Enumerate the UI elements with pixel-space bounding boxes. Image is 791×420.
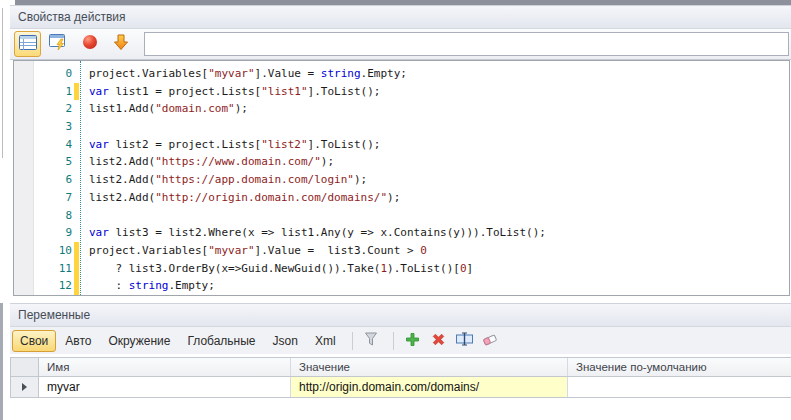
action-window-button[interactable]	[45, 31, 72, 57]
record-circle-icon	[82, 34, 98, 54]
clear-value-button[interactable]	[479, 330, 502, 351]
rename-variable-button[interactable]	[453, 330, 476, 351]
line-number: 2	[14, 100, 74, 118]
code-line[interactable]: 4var list2 = project.Lists["list2"].ToLi…	[14, 136, 789, 154]
variables-title: Переменные	[18, 308, 90, 322]
code-text	[79, 118, 789, 136]
code-text: var list3 = list2.Where(x => list1.Any(y…	[79, 224, 789, 242]
action-properties-title: Свойства действия	[18, 10, 125, 24]
line-number: 0	[14, 65, 74, 83]
code-text: : string.Empty;	[79, 277, 789, 295]
variable-name-cell[interactable]: myvar	[39, 377, 291, 397]
code-line[interactable]: 12 : string.Empty;	[14, 277, 789, 295]
code-line[interactable]: 11 ? list3.OrderBy(x=>Guid.NewGuid()).Ta…	[14, 260, 789, 278]
row-selector-cell[interactable]	[11, 377, 39, 397]
table-header-row: Имя Значение Значение по-умолчанию	[10, 357, 791, 377]
code-editor[interactable]: 0project.Variables["myvar"].Value = stri…	[13, 60, 790, 296]
line-number: 12	[14, 277, 74, 295]
table-row[interactable]: myvar http://origin.domain.com/domains/	[10, 377, 791, 398]
column-header-name[interactable]: Имя	[39, 358, 291, 376]
code-text: var list2 = project.Lists["list2"].ToLis…	[79, 136, 789, 154]
action-properties-toolbar	[10, 29, 791, 60]
delete-icon	[431, 332, 446, 350]
tab-environment[interactable]: Окружение	[100, 330, 178, 352]
code-line[interactable]: 3	[14, 118, 789, 136]
add-icon	[405, 332, 420, 350]
toolbar-text-input[interactable]	[144, 32, 789, 56]
line-number: 7	[14, 189, 74, 207]
code-text: list2.Add("https://app.domain.com/login"…	[79, 171, 789, 189]
down-arrow-icon	[113, 34, 129, 55]
eraser-icon	[482, 332, 499, 350]
code-text: ? list3.OrderBy(x=>Guid.NewGuid()).Take(…	[79, 260, 789, 278]
line-number: 9	[14, 224, 74, 242]
tab-own[interactable]: Свои	[12, 330, 56, 352]
line-number: 6	[14, 171, 74, 189]
insert-down-button[interactable]	[107, 31, 134, 57]
code-text: list2.Add("https://www.domain.com/");	[79, 153, 789, 171]
code-line[interactable]: 5list2.Add("https://www.domain.com/");	[14, 153, 789, 171]
code-line[interactable]: 8	[14, 207, 789, 225]
action-properties-window: Свойства действия 0project.Varia	[0, 0, 791, 420]
record-button[interactable]	[76, 31, 103, 57]
tab-xml[interactable]: Xml	[307, 330, 344, 352]
code-line[interactable]: 0project.Variables["myvar"].Value = stri…	[14, 65, 789, 83]
code-text: var list1 = project.Lists["list1"].ToLis…	[79, 83, 789, 101]
line-number: 3	[14, 118, 74, 136]
row-selector-header	[11, 358, 39, 376]
table-view-icon	[19, 35, 37, 54]
variables-header: Переменные	[10, 303, 791, 327]
window-lightning-icon	[49, 34, 68, 55]
column-header-default[interactable]: Значение по-умолчанию	[568, 358, 791, 376]
code-line[interactable]: 1var list1 = project.Lists["list1"].ToLi…	[14, 83, 789, 101]
line-number: 10	[14, 242, 74, 260]
current-row-arrow-icon	[22, 383, 27, 391]
table-view-button[interactable]	[14, 31, 41, 57]
toolbar-separator	[393, 332, 394, 350]
frame-edge-left-bottom	[0, 303, 3, 420]
code-line[interactable]: 2list1.Add("domain.com");	[14, 100, 789, 118]
rename-icon	[456, 332, 473, 349]
toolbar-separator	[352, 332, 353, 350]
filter-button[interactable]	[360, 330, 383, 351]
code-line[interactable]: 6list2.Add("https://app.domain.com/login…	[14, 171, 789, 189]
tab-auto[interactable]: Авто	[57, 330, 99, 352]
code-line[interactable]: 10project.Variables["myvar"].Value = lis…	[14, 242, 789, 260]
line-number: 11	[14, 260, 74, 278]
code-text: project.Variables["myvar"].Value = strin…	[79, 65, 789, 83]
code-text	[79, 207, 789, 225]
action-properties-header: Свойства действия	[10, 5, 791, 29]
code-line[interactable]: 9var list3 = list2.Where(x => list1.Any(…	[14, 224, 789, 242]
tab-global[interactable]: Глобальные	[179, 330, 263, 352]
code-text: list2.Add("http://origin.domain.com/doma…	[79, 189, 789, 207]
delete-variable-button[interactable]	[427, 330, 450, 351]
variable-default-cell[interactable]	[568, 377, 791, 397]
add-variable-button[interactable]	[401, 330, 424, 351]
line-number: 5	[14, 153, 74, 171]
variables-toolbar: Свои Авто Окружение Глобальные Json Xml	[10, 327, 791, 354]
code-text: project.Variables["myvar"].Value = list3…	[79, 242, 789, 260]
filter-icon	[364, 332, 378, 350]
variables-table: Имя Значение Значение по-умолчанию myvar…	[10, 357, 791, 398]
tab-json[interactable]: Json	[265, 330, 306, 352]
variable-value-cell[interactable]: http://origin.domain.com/domains/	[291, 377, 568, 397]
frame-edge-left	[2, 8, 3, 158]
code-lines: 0project.Variables["myvar"].Value = stri…	[14, 65, 789, 295]
line-number: 8	[14, 207, 74, 225]
line-number: 4	[14, 136, 74, 154]
line-number: 1	[14, 83, 74, 101]
column-header-value[interactable]: Значение	[291, 358, 568, 376]
code-text: list1.Add("domain.com");	[79, 100, 789, 118]
code-line[interactable]: 7list2.Add("http://origin.domain.com/dom…	[14, 189, 789, 207]
